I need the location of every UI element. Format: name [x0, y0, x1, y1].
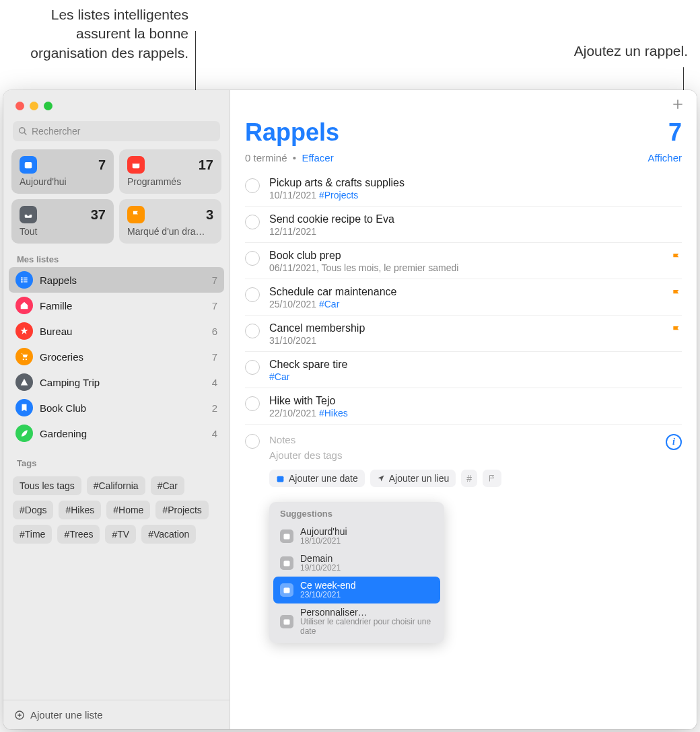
- smart-flagged-label: Marqué d'un dra…: [127, 226, 213, 237]
- minimize-window[interactable]: [30, 102, 38, 110]
- sidebar-list-item[interactable]: Famille7: [9, 293, 224, 318]
- add-reminder-button[interactable]: [671, 98, 685, 111]
- reminder-checkbox[interactable]: [245, 287, 260, 302]
- reminder-title: Hike with Tejo: [269, 395, 682, 407]
- notes-placeholder[interactable]: Notes: [269, 433, 656, 448]
- reminder-row[interactable]: Cancel membership31/10/2021: [245, 316, 682, 352]
- smart-today[interactable]: 7 Aujourd'hui: [11, 149, 114, 194]
- flag-icon: [671, 325, 682, 336]
- svg-rect-20: [284, 560, 290, 566]
- zoom-window[interactable]: [44, 102, 53, 110]
- tag-chip[interactable]: #Hikes: [59, 501, 101, 519]
- reminder-row[interactable]: Check spare tire#Car: [245, 352, 682, 388]
- list-name: Famille: [40, 300, 205, 312]
- add-tag-chip[interactable]: #: [461, 470, 477, 487]
- tag-chip[interactable]: #Home: [106, 501, 150, 519]
- list-count: 6: [212, 326, 217, 337]
- search-icon: [18, 126, 28, 136]
- reminder-checkbox[interactable]: [245, 396, 260, 411]
- add-flag-chip[interactable]: [483, 470, 501, 487]
- svg-point-0: [20, 128, 25, 133]
- reminder-row[interactable]: Book club prep06/11/2021, Tous les mois,…: [245, 243, 682, 279]
- add-tags-placeholder[interactable]: Ajouter des tags: [269, 448, 656, 464]
- sidebar-list-item[interactable]: Bureau6: [9, 318, 224, 344]
- list-name: Bureau: [40, 326, 205, 337]
- tag-chip[interactable]: #Car: [151, 476, 184, 495]
- show-completed[interactable]: Afficher: [648, 152, 682, 163]
- sidebar-list-item[interactable]: Gardening4: [9, 420, 224, 446]
- add-date-chip[interactable]: Ajouter une date: [269, 470, 365, 487]
- tag-chip[interactable]: #California: [87, 476, 145, 495]
- sidebar-list-item[interactable]: Groceries7: [9, 344, 224, 369]
- list-icon: [15, 297, 33, 314]
- reminder-checkbox[interactable]: [245, 434, 260, 449]
- tag-chip[interactable]: #Vacation: [141, 525, 196, 544]
- smart-scheduled[interactable]: 17 Programmés: [119, 149, 221, 194]
- suggestion-option[interactable]: Ce week-end23/10/2021: [273, 577, 440, 603]
- details-button[interactable]: i: [666, 434, 682, 450]
- list-name: Rappels: [40, 274, 205, 286]
- reminder-tag[interactable]: #Car: [269, 371, 289, 382]
- list-icon: [15, 425, 33, 442]
- sidebar-list-item[interactable]: Rappels7: [9, 267, 224, 293]
- suggestion-title: Demain: [300, 553, 341, 564]
- tags-header: Tags: [3, 455, 230, 471]
- clear-completed[interactable]: Effacer: [302, 152, 333, 163]
- reminder-tag[interactable]: #Car: [319, 299, 339, 309]
- reminder-row[interactable]: Pickup arts & crafts supplies10/11/2021 …: [245, 170, 682, 207]
- sidebar-list-item[interactable]: Book Club2: [9, 395, 224, 420]
- tag-chip[interactable]: #Trees: [57, 525, 100, 544]
- smart-scheduled-count: 17: [199, 157, 213, 173]
- reminder-checkbox[interactable]: [245, 251, 260, 266]
- reminder-title: Schedule car maintenance: [269, 286, 662, 298]
- tag-chip[interactable]: #Projects: [155, 501, 208, 519]
- list-count: 7: [668, 118, 682, 147]
- reminder-tag[interactable]: #Projects: [319, 190, 358, 200]
- list-count: 7: [212, 351, 217, 363]
- add-location-chip[interactable]: Ajouter un lieu: [370, 470, 456, 487]
- annotation-add: Ajoutez un rappel.: [574, 42, 688, 61]
- list-icon: [15, 271, 33, 289]
- new-reminder-row[interactable]: Notes Ajouter des tags Ajouter une date: [245, 425, 682, 495]
- reminder-title: Check spare tire: [269, 359, 682, 371]
- reminder-tag[interactable]: #Hikes: [319, 408, 348, 418]
- suggestion-option[interactable]: Aujourd'hui18/10/2021: [273, 523, 440, 550]
- tags: Tous les tags#California#Car#Dogs#Hikes#…: [3, 471, 230, 549]
- tag-chip[interactable]: Tous les tags: [13, 476, 81, 495]
- add-list-button[interactable]: Ajouter une liste: [3, 700, 230, 729]
- reminder-checkbox[interactable]: [245, 324, 260, 338]
- svg-rect-19: [284, 534, 290, 539]
- reminder-row[interactable]: Hike with Tejo22/10/2021 #Hikes: [245, 388, 682, 425]
- suggestion-option[interactable]: Demain19/10/2021: [273, 550, 440, 577]
- svg-point-11: [23, 359, 24, 360]
- suggestion-title: Ce week-end: [300, 580, 356, 591]
- tag-chip[interactable]: #Dogs: [13, 501, 53, 519]
- tag-chip[interactable]: #Time: [13, 525, 52, 544]
- add-location-label: Ajouter un lieu: [389, 473, 450, 484]
- tag-chip[interactable]: #TV: [105, 525, 136, 544]
- list-count: 4: [212, 428, 217, 439]
- reminders-window: Rechercher 7 Aujourd'hui 17: [3, 90, 697, 729]
- smart-all-count: 37: [91, 207, 106, 223]
- search-placeholder: Rechercher: [32, 126, 80, 137]
- suggestion-title: Personnaliser…: [300, 607, 433, 618]
- search-input[interactable]: Rechercher: [13, 121, 220, 141]
- smart-all-label: Tout: [20, 226, 106, 237]
- smart-flagged-count: 3: [206, 207, 213, 223]
- reminder-row[interactable]: Schedule car maintenance25/10/2021 #Car: [245, 279, 682, 316]
- my-lists-header: Mes listes: [3, 252, 230, 267]
- suggestion-subtitle: 23/10/2021: [300, 591, 356, 600]
- smart-scheduled-label: Programmés: [127, 176, 213, 187]
- reminder-checkbox[interactable]: [245, 360, 260, 375]
- reminder-title: Pickup arts & crafts supplies: [269, 177, 682, 189]
- close-window[interactable]: [15, 102, 24, 110]
- suggestion-option[interactable]: Personnaliser…Utiliser le calendrier pou…: [273, 603, 440, 640]
- reminder-row[interactable]: Send cookie recipe to Eva12/11/2021: [245, 207, 682, 243]
- reminder-meta: #Car: [269, 371, 682, 382]
- reminder-checkbox[interactable]: [245, 178, 260, 193]
- sidebar-list-item[interactable]: Camping Trip4: [9, 369, 224, 395]
- reminder-checkbox[interactable]: [245, 215, 260, 229]
- smart-all[interactable]: 37 Tout: [11, 199, 114, 244]
- list-name: Book Club: [40, 402, 205, 414]
- smart-flagged[interactable]: 3 Marqué d'un dra…: [119, 199, 221, 244]
